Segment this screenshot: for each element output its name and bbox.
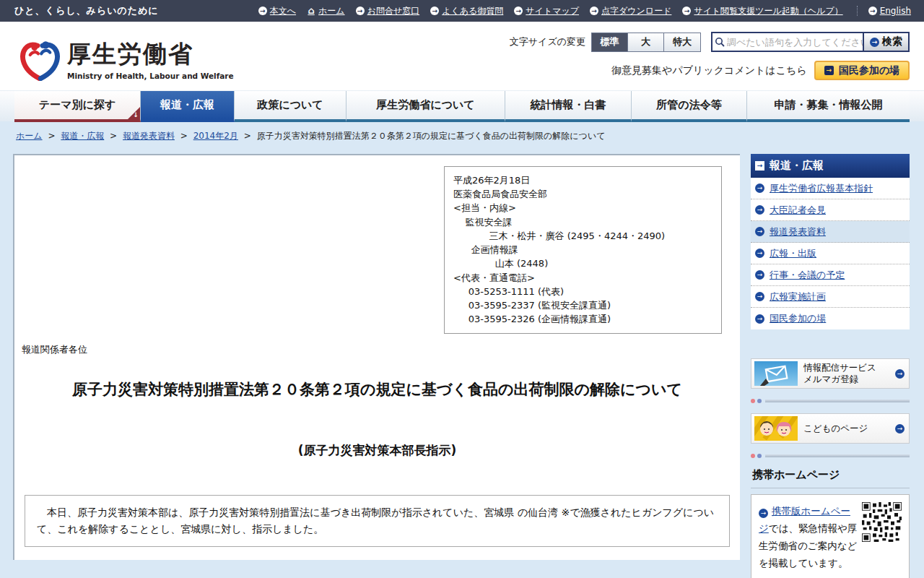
contact-info-line: 平成26年2月18日 [453,173,712,187]
nav-tab[interactable]: テーマ別に探す ↓ [14,91,141,122]
envelope-icon [754,361,798,386]
chevron-down-icon: ↓ [133,111,139,118]
top-bar-link[interactable]: よくある御質問 [430,5,503,17]
public-participation-button[interactable]: 国民参加の場 [814,61,910,80]
contact-info-line: 03-5253-1111 (代表) [453,285,712,298]
top-bar-link[interactable]: 本文へ [258,5,296,17]
top-bar-link-label: English [880,6,911,16]
top-bar-link[interactable]: サイトマップ [514,5,579,17]
page: ひと、くらし、みらいのために 本文へ ホーム お問合せ窓口 [0,0,924,578]
arrow-circle-icon [755,292,764,301]
nav-tab-label: 厚生労働省について [376,98,474,112]
arrow-square-icon [824,66,834,75]
sidebar-menu-item[interactable]: 国民参加の場 [751,308,910,329]
kids-icon [754,416,798,441]
arrow-circle-icon [868,7,877,15]
site-header: 厚生労働省 Ministry of Health, Labour and Wel… [0,22,924,90]
nav-tab[interactable]: 報道・広報 ↓ [141,91,235,122]
page-subtitle: (原子力災害対策本部長指示) [14,442,740,459]
sidebar-menu-item-label: 大臣記者会見 [770,204,826,217]
mobile-homepage-text: では、緊急情報や厚生労働省のご案内などを掲載しています。 [759,522,857,569]
breadcrumb-separator: > [244,131,251,141]
kids-page-banner-label: こどものページ [803,423,868,434]
ministry-logo[interactable]: 厚生労働省 Ministry of Health, Labour and Wel… [20,27,234,90]
arrow-circle-icon [755,184,764,193]
sidebar-menu-item-label: 行事・会議の予定 [770,269,845,282]
breadcrumb-item: 報道・広報 > [61,131,123,141]
top-bar-link-label: お問合せ窓口 [367,5,420,17]
contact-info-line: 三木・松井・廣谷 (2495・4244・2490) [453,229,712,243]
font-size-group: 標準 大 特大 [591,33,701,52]
arrow-circle-icon [307,7,315,15]
contact-info-box: 平成26年2月18日 医薬食品局食品安全部 <担当・内線> 監視安全課 三木・松… [444,166,722,334]
sidebar-menu-item[interactable]: 報道発表資料 [751,221,910,243]
arrow-circle-icon [870,38,879,47]
contact-info-line: 医薬食品局食品安全部 [453,187,712,201]
blue-dot-icon [757,399,762,403]
blue-dot-icon [757,454,762,458]
mailmag-banner[interactable]: 情報配信サービス メルマガ登録 [751,358,910,389]
breadcrumb-link[interactable]: ホーム [16,131,43,141]
mobile-homepage-box: 携帯版ホームページでは、緊急情報や厚生労働省のご案内などを掲載しています。 [751,494,910,578]
sidebar-menu-item[interactable]: 行事・会議の予定 [751,264,910,286]
top-bar-links: 本文へ ホーム お問合せ窓口 よくある御質問 [258,5,911,17]
arrow-circle-icon [258,7,267,15]
divider-line [765,454,910,457]
arrow-circle-icon [755,270,764,280]
breadcrumb-link[interactable]: 原子力災害対策特別措置法第２０条第２項の規定に基づく食品の出荷制限の解除について [257,131,606,141]
qr-code [862,502,902,542]
arrow-circle-icon [895,369,905,379]
search-input[interactable] [727,34,863,50]
search-button-label: 検索 [882,35,902,48]
font-size-label: 文字サイズの変更 [510,35,585,48]
search-button[interactable]: 検索 [863,33,908,51]
sidebar-divider [751,399,910,403]
arrow-circle-icon [682,7,691,15]
breadcrumb-link[interactable]: 報道・広報 [61,131,104,141]
red-dot-icon [751,399,755,403]
sidebar-menu-item[interactable]: 大臣記者会見 [751,199,910,221]
arrow-circle-icon [356,7,365,15]
arrow-circle-icon [755,205,764,215]
ministry-logo-icon [20,38,60,81]
top-bar-link[interactable]: ホーム [307,5,345,17]
arrow-circle-icon [759,509,768,518]
top-bar-link[interactable]: サイト閲覧支援ツール起動（ヘルプ） [682,5,842,17]
nav-tab[interactable]: 申請・募集・情報公開 ↓ [747,91,910,122]
breadcrumb-link[interactable]: 2014年2月 [193,131,238,141]
nav-tab[interactable]: 政策について ↓ [235,91,346,122]
font-size-button[interactable]: 標準 [592,33,628,51]
breadcrumb-separator: > [48,131,55,141]
sidebar: 報道・広報 厚生労働省広報基本指針 大臣記者会見 [751,154,910,578]
arrow-square-icon [755,161,764,171]
nav-tab[interactable]: 統計情報・白書 ↓ [505,91,632,122]
sidebar-menu-item[interactable]: 広報・出版 [751,243,910,264]
arrow-circle-icon [755,314,764,324]
header-tools-row1: 文字サイズの変更 標準 大 特大 [510,32,910,52]
public-comment-text: 御意見募集やパブリックコメントはこちら [611,64,807,77]
top-bar-link-label: 点字ダウンロード [601,5,671,17]
nav-tab[interactable]: 所管の法令等 ↓ [632,91,747,122]
breadcrumb-separator: > [180,131,188,141]
nav-tab[interactable]: 厚生労働省について ↓ [346,91,505,122]
contact-info-line: 山本 (2448) [453,256,712,270]
font-size-button[interactable]: 大 [628,33,664,51]
kids-page-banner[interactable]: こどものページ [751,413,910,444]
top-bar-link[interactable]: 点字ダウンロード [590,5,671,17]
header-tools: 文字サイズの変更 標準 大 特大 [510,22,910,90]
announcement-body-box: 本日、原子力災害対策本部は、原子力災害対策特別措置法に基づき出荷制限が指示されて… [25,495,730,547]
nav-tab-label: 統計情報・白書 [531,98,606,112]
sidebar-menu-item[interactable]: 広報実施計画 [751,286,910,308]
mobile-heading-rule [751,488,910,488]
top-bar-link-label: 本文へ [270,5,296,17]
top-bar-link[interactable]: お問合せ窓口 [356,5,420,17]
sidebar-menu-item[interactable]: 厚生労働省広報基本指針 [751,178,910,199]
global-nav: テーマ別に探す ↓ 報道・広報 ↓ 政策について ↓ 厚生労働省について ↓ 統… [0,90,924,121]
top-bar-link-label: よくある御質問 [442,5,503,17]
top-bar-link[interactable]: English [857,6,911,16]
content-area: 平成26年2月18日 医薬食品局食品安全部 <担当・内線> 監視安全課 三木・松… [0,154,924,578]
breadcrumb-link[interactable]: 報道発表資料 [123,131,175,141]
font-size-button[interactable]: 特大 [664,33,700,51]
sidebar-menu-item-label: 国民参加の場 [770,312,826,325]
site-title-block: 厚生労働省 Ministry of Health, Labour and Wel… [67,38,234,80]
